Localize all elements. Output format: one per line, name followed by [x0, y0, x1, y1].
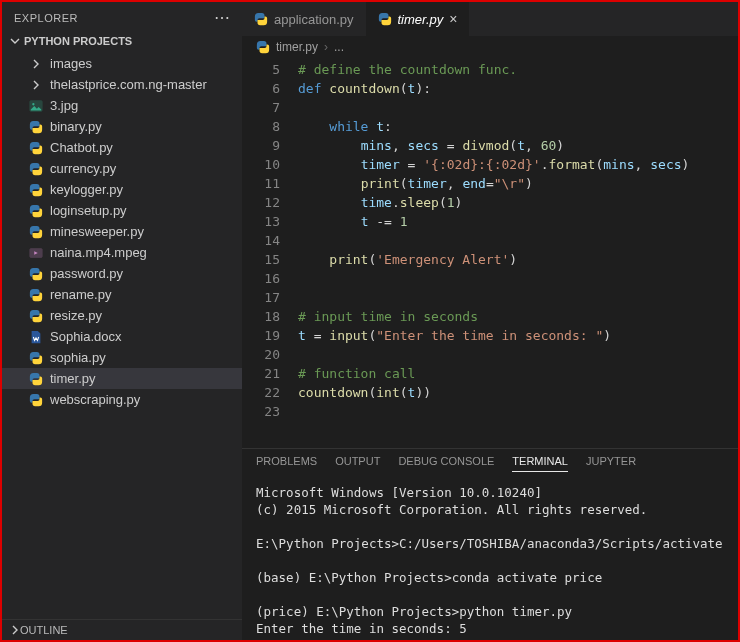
- explorer-title: EXPLORER: [14, 12, 78, 24]
- code-line[interactable]: def countdown(t):: [298, 79, 738, 98]
- code-line[interactable]: [298, 345, 738, 364]
- tab-label: timer.py: [398, 12, 444, 27]
- panel-tab-debug-console[interactable]: DEBUG CONSOLE: [398, 455, 494, 472]
- code-line[interactable]: while t:: [298, 117, 738, 136]
- py-file-icon: [28, 371, 44, 387]
- file-item[interactable]: images: [2, 53, 242, 74]
- py-file-icon: [28, 266, 44, 282]
- main: application.pytimer.py× timer.py › ... 5…: [242, 2, 738, 640]
- code-line[interactable]: [298, 288, 738, 307]
- panel-tab-jupyter[interactable]: JUPYTER: [586, 455, 636, 472]
- file-label: images: [50, 56, 92, 71]
- py-file-icon: [28, 350, 44, 366]
- code-line[interactable]: timer = '{:02d}:{:02d}'.format(mins, sec…: [298, 155, 738, 174]
- python-icon: [378, 12, 392, 26]
- python-icon: [254, 12, 268, 26]
- file-item[interactable]: binary.py: [2, 116, 242, 137]
- code-area[interactable]: # define the countdown func.def countdow…: [298, 58, 738, 448]
- panel-tab-output[interactable]: OUTPUT: [335, 455, 380, 472]
- file-label: password.py: [50, 266, 123, 281]
- breadcrumbs[interactable]: timer.py › ...: [242, 36, 738, 58]
- py-file-icon: [28, 308, 44, 324]
- code-line[interactable]: t = input("Enter the time in seconds: "): [298, 326, 738, 345]
- file-item[interactable]: currency.py: [2, 158, 242, 179]
- file-label: sophia.py: [50, 350, 106, 365]
- svg-point-1: [32, 103, 34, 105]
- chevron-right-icon: [10, 625, 20, 635]
- file-label: rename.py: [50, 287, 111, 302]
- file-label: Sophia.docx: [50, 329, 122, 344]
- panel-tabs: PROBLEMSOUTPUTDEBUG CONSOLETERMINALJUPYT…: [242, 449, 738, 478]
- py-file-icon: [28, 119, 44, 135]
- file-label: keylogger.py: [50, 182, 123, 197]
- py-file-icon: [28, 392, 44, 408]
- file-item[interactable]: resize.py: [2, 305, 242, 326]
- code-line[interactable]: # input time in seconds: [298, 307, 738, 326]
- py-file-icon: [28, 161, 44, 177]
- code-editor[interactable]: 567891011121314151617181920212223 # defi…: [242, 58, 738, 448]
- media-file-icon: [28, 245, 44, 261]
- terminal-output[interactable]: Microsoft Windows [Version 10.0.10240] (…: [242, 478, 738, 640]
- file-label: binary.py: [50, 119, 102, 134]
- code-line[interactable]: [298, 402, 738, 421]
- outline-title: OUTLINE: [20, 624, 68, 636]
- py-file-icon: [28, 287, 44, 303]
- file-item[interactable]: Chatbot.py: [2, 137, 242, 158]
- doc-file-icon: [28, 329, 44, 345]
- file-item[interactable]: keylogger.py: [2, 179, 242, 200]
- file-item[interactable]: rename.py: [2, 284, 242, 305]
- file-label: timer.py: [50, 371, 96, 386]
- code-line[interactable]: # function call: [298, 364, 738, 383]
- code-line[interactable]: [298, 231, 738, 250]
- editor-tab[interactable]: timer.py×: [366, 2, 470, 36]
- file-label: webscraping.py: [50, 392, 140, 407]
- editor-tabs: application.pytimer.py×: [242, 2, 738, 36]
- breadcrumb-sep: ›: [324, 40, 328, 54]
- code-line[interactable]: # define the countdown func.: [298, 60, 738, 79]
- file-label: currency.py: [50, 161, 116, 176]
- image-file-icon: [28, 98, 44, 114]
- file-item[interactable]: Sophia.docx: [2, 326, 242, 347]
- code-line[interactable]: [298, 98, 738, 117]
- code-line[interactable]: t -= 1: [298, 212, 738, 231]
- file-item[interactable]: 3.jpg: [2, 95, 242, 116]
- file-item[interactable]: thelastprice.com.ng-master: [2, 74, 242, 95]
- file-label: resize.py: [50, 308, 102, 323]
- panel-tab-terminal[interactable]: TERMINAL: [512, 455, 568, 472]
- file-label: thelastprice.com.ng-master: [50, 77, 207, 92]
- editor-tab[interactable]: application.py: [242, 2, 366, 36]
- sidebar: EXPLORER ⋯ PYTHON PROJECTS imagesthelast…: [2, 2, 242, 640]
- file-item[interactable]: sophia.py: [2, 347, 242, 368]
- breadcrumb-more[interactable]: ...: [334, 40, 344, 54]
- py-file-icon: [28, 140, 44, 156]
- code-line[interactable]: mins, secs = divmod(t, 60): [298, 136, 738, 155]
- py-file-icon: [28, 203, 44, 219]
- project-header[interactable]: PYTHON PROJECTS: [2, 31, 242, 51]
- file-label: naina.mp4.mpeg: [50, 245, 147, 260]
- file-item[interactable]: loginsetup.py: [2, 200, 242, 221]
- line-gutter: 567891011121314151617181920212223: [242, 58, 298, 448]
- panel-tab-problems[interactable]: PROBLEMS: [256, 455, 317, 472]
- tab-label: application.py: [274, 12, 354, 27]
- explorer-more-icon[interactable]: ⋯: [214, 8, 231, 27]
- folder-icon: [28, 56, 44, 72]
- outline-header[interactable]: OUTLINE: [2, 619, 242, 640]
- file-item[interactable]: password.py: [2, 263, 242, 284]
- python-icon: [256, 40, 270, 54]
- code-line[interactable]: print('Emergency Alert'): [298, 250, 738, 269]
- project-name: PYTHON PROJECTS: [24, 35, 132, 47]
- code-line[interactable]: [298, 269, 738, 288]
- close-icon[interactable]: ×: [449, 11, 457, 27]
- code-line[interactable]: time.sleep(1): [298, 193, 738, 212]
- file-item[interactable]: minesweeper.py: [2, 221, 242, 242]
- folder-icon: [28, 77, 44, 93]
- file-item[interactable]: naina.mp4.mpeg: [2, 242, 242, 263]
- file-item[interactable]: timer.py: [2, 368, 242, 389]
- file-label: loginsetup.py: [50, 203, 127, 218]
- code-line[interactable]: countdown(int(t)): [298, 383, 738, 402]
- code-line[interactable]: print(timer, end="\r"): [298, 174, 738, 193]
- file-item[interactable]: webscraping.py: [2, 389, 242, 410]
- file-label: Chatbot.py: [50, 140, 113, 155]
- file-label: minesweeper.py: [50, 224, 144, 239]
- breadcrumb-file[interactable]: timer.py: [276, 40, 318, 54]
